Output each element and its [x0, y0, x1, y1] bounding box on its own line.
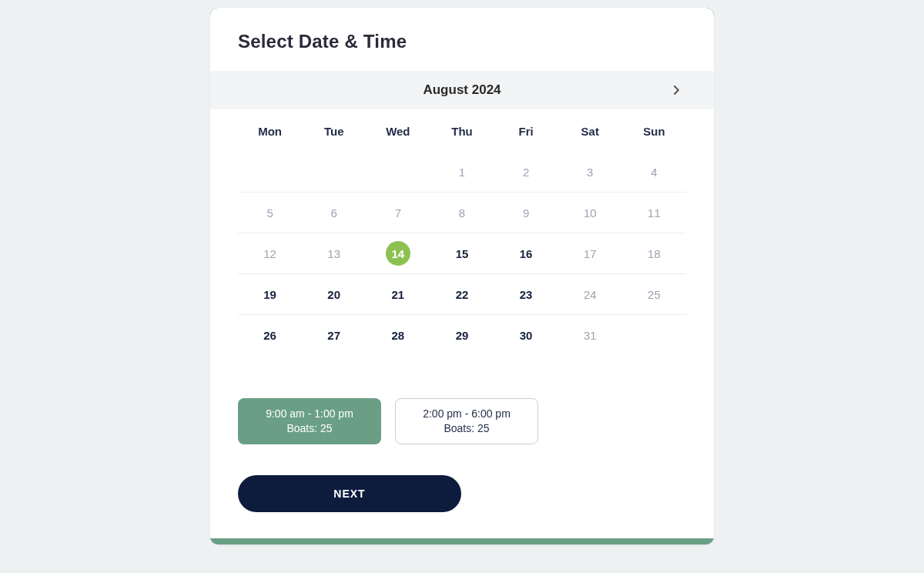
next-button[interactable]: NEXT [238, 475, 461, 512]
weekday-header: Mon [238, 117, 302, 152]
time-slot-range: 2:00 pm - 6:00 pm [405, 407, 528, 421]
calendar-day[interactable]: 1 [430, 152, 494, 192]
weekday-header-row: MonTueWedThuFriSatSun [238, 117, 686, 152]
calendar-day[interactable]: 4 [622, 152, 686, 192]
time-slot-capacity: Boats: 25 [248, 421, 371, 436]
calendar-day[interactable]: 22 [430, 274, 494, 314]
time-slot[interactable]: 2:00 pm - 6:00 pmBoats: 25 [395, 398, 538, 444]
calendar-day-empty [238, 152, 302, 192]
calendar-day[interactable]: 28 [366, 315, 430, 355]
calendar-day-empty [302, 152, 366, 192]
calendar-day[interactable]: 17 [558, 233, 622, 273]
calendar-day[interactable]: 30 [494, 315, 558, 355]
calendar-day[interactable]: 15 [430, 233, 494, 273]
calendar-day[interactable]: 29 [430, 315, 494, 355]
weekday-header: Sat [558, 117, 622, 152]
calendar-week-row: 567891011 [238, 192, 686, 233]
calendar-day[interactable]: 16 [494, 233, 558, 273]
month-navigation: August 2024 [210, 71, 714, 109]
time-slot-list: 9:00 am - 1:00 pmBoats: 252:00 pm - 6:00… [238, 398, 686, 444]
calendar-day[interactable]: 25 [622, 274, 686, 314]
calendar-day[interactable]: 19 [238, 274, 302, 314]
month-label: August 2024 [423, 82, 500, 98]
calendar-day-empty [366, 152, 430, 192]
chevron-right-icon [673, 85, 681, 96]
weekday-header: Sun [622, 117, 686, 152]
weekday-header: Wed [366, 117, 430, 152]
booking-card: Select Date & Time August 2024 MonTueWed… [210, 8, 714, 538]
calendar-day[interactable]: 2 [494, 152, 558, 192]
weekday-header: Tue [302, 117, 366, 152]
calendar-day[interactable]: 13 [302, 233, 366, 273]
calendar-week-row: 19202122232425 [238, 273, 686, 314]
time-slot-range: 9:00 am - 1:00 pm [248, 407, 371, 421]
calendar-day[interactable]: 5 [238, 193, 302, 233]
weekday-header: Thu [430, 117, 494, 152]
page-title: Select Date & Time [238, 31, 686, 52]
weekday-header: Fri [494, 117, 558, 152]
calendar-day-number: 14 [386, 241, 410, 266]
calendar-day[interactable]: 21 [366, 274, 430, 314]
calendar-day[interactable]: 27 [302, 315, 366, 355]
calendar-day[interactable]: 18 [622, 233, 686, 273]
calendar-day[interactable]: 10 [558, 193, 622, 233]
calendar-day[interactable]: 26 [238, 315, 302, 355]
calendar-day[interactable]: 12 [238, 233, 302, 273]
calendar-day[interactable]: 20 [302, 274, 366, 314]
time-slot-selected[interactable]: 9:00 am - 1:00 pmBoats: 25 [238, 398, 381, 444]
calendar-week-row: 1234 [238, 152, 686, 192]
calendar-day-empty [622, 315, 686, 355]
calendar-week-row: 12131415161718 [238, 233, 686, 273]
calendar-day[interactable]: 3 [558, 152, 622, 192]
calendar-week-row: 262728293031 [238, 314, 686, 355]
calendar-day[interactable]: 23 [494, 274, 558, 314]
time-slot-capacity: Boats: 25 [405, 421, 528, 436]
calendar-day[interactable]: 7 [366, 193, 430, 233]
calendar-day[interactable]: 8 [430, 193, 494, 233]
calendar-day[interactable]: 9 [494, 193, 558, 233]
calendar-day[interactable]: 24 [558, 274, 622, 314]
calendar-weeks: 1234567891011121314151617181920212223242… [238, 152, 686, 355]
calendar: MonTueWedThuFriSatSun 123456789101112131… [238, 117, 686, 355]
calendar-day[interactable]: 11 [622, 193, 686, 233]
month-next-button[interactable] [668, 81, 686, 99]
booking-widget: Select Date & Time August 2024 MonTueWed… [210, 8, 714, 545]
calendar-day[interactable]: 31 [558, 315, 622, 355]
calendar-day[interactable]: 6 [302, 193, 366, 233]
calendar-day-selected[interactable]: 14 [366, 233, 430, 273]
month-bar-inner: August 2024 [238, 82, 686, 98]
